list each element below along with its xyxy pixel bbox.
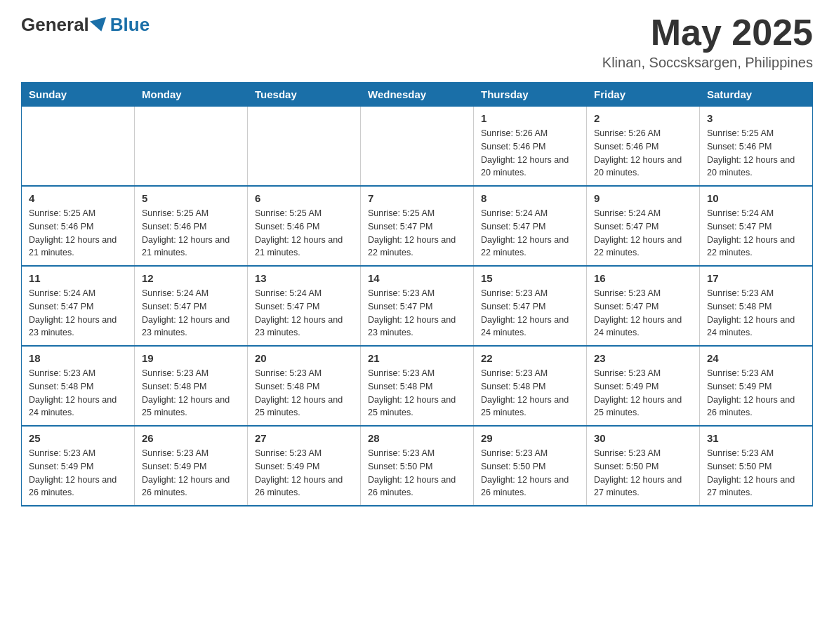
day-number: 11 <box>29 272 127 284</box>
calendar-week-2: 4Sunrise: 5:25 AM Sunset: 5:46 PM Daylig… <box>22 186 813 266</box>
calendar-day: 14Sunrise: 5:23 AM Sunset: 5:47 PM Dayli… <box>361 266 474 346</box>
day-info: Sunrise: 5:24 AM Sunset: 5:47 PM Dayligh… <box>707 207 805 260</box>
day-number: 24 <box>707 352 805 364</box>
day-number: 19 <box>142 352 240 364</box>
calendar-day: 25Sunrise: 5:23 AM Sunset: 5:49 PM Dayli… <box>22 426 135 506</box>
calendar-day: 18Sunrise: 5:23 AM Sunset: 5:48 PM Dayli… <box>22 346 135 426</box>
calendar-day <box>361 107 474 187</box>
calendar-day <box>22 107 135 187</box>
day-info: Sunrise: 5:25 AM Sunset: 5:46 PM Dayligh… <box>707 127 805 180</box>
calendar-day: 9Sunrise: 5:24 AM Sunset: 5:47 PM Daylig… <box>587 186 700 266</box>
column-header-wednesday: Wednesday <box>361 83 474 107</box>
day-number: 15 <box>481 272 579 284</box>
day-info: Sunrise: 5:24 AM Sunset: 5:47 PM Dayligh… <box>142 287 240 340</box>
column-header-thursday: Thursday <box>474 83 587 107</box>
day-info: Sunrise: 5:23 AM Sunset: 5:50 PM Dayligh… <box>707 447 805 499</box>
column-header-tuesday: Tuesday <box>248 83 361 107</box>
day-number: 2 <box>594 112 692 124</box>
day-number: 20 <box>255 352 353 364</box>
page-header: General Blue May 2025 Klinan, Soccsksarg… <box>21 14 813 71</box>
calendar-day: 20Sunrise: 5:23 AM Sunset: 5:48 PM Dayli… <box>248 346 361 426</box>
calendar-day <box>248 107 361 187</box>
day-info: Sunrise: 5:23 AM Sunset: 5:47 PM Dayligh… <box>481 287 579 340</box>
day-info: Sunrise: 5:23 AM Sunset: 5:47 PM Dayligh… <box>594 287 692 340</box>
day-number: 10 <box>707 192 805 204</box>
logo-general: General <box>21 14 89 36</box>
day-number: 16 <box>594 272 692 284</box>
day-info: Sunrise: 5:23 AM Sunset: 5:48 PM Dayligh… <box>481 367 579 420</box>
calendar-day: 29Sunrise: 5:23 AM Sunset: 5:50 PM Dayli… <box>474 426 587 506</box>
calendar-day: 28Sunrise: 5:23 AM Sunset: 5:50 PM Dayli… <box>361 426 474 506</box>
day-info: Sunrise: 5:23 AM Sunset: 5:48 PM Dayligh… <box>142 367 240 420</box>
calendar-day: 16Sunrise: 5:23 AM Sunset: 5:47 PM Dayli… <box>587 266 700 346</box>
day-info: Sunrise: 5:23 AM Sunset: 5:49 PM Dayligh… <box>142 447 240 499</box>
calendar-header-row: SundayMondayTuesdayWednesdayThursdayFrid… <box>22 83 813 107</box>
day-info: Sunrise: 5:26 AM Sunset: 5:46 PM Dayligh… <box>594 127 692 180</box>
column-header-saturday: Saturday <box>700 83 813 107</box>
day-number: 27 <box>255 432 353 444</box>
day-number: 3 <box>707 112 805 124</box>
calendar-week-5: 25Sunrise: 5:23 AM Sunset: 5:49 PM Dayli… <box>22 426 813 506</box>
day-info: Sunrise: 5:24 AM Sunset: 5:47 PM Dayligh… <box>481 207 579 260</box>
logo: General Blue <box>21 14 150 36</box>
day-number: 21 <box>368 352 466 364</box>
calendar-day: 17Sunrise: 5:23 AM Sunset: 5:48 PM Dayli… <box>700 266 813 346</box>
day-info: Sunrise: 5:23 AM Sunset: 5:50 PM Dayligh… <box>594 447 692 499</box>
column-header-monday: Monday <box>135 83 248 107</box>
day-number: 4 <box>29 192 127 204</box>
calendar-day: 1Sunrise: 5:26 AM Sunset: 5:46 PM Daylig… <box>474 107 587 187</box>
calendar-day: 11Sunrise: 5:24 AM Sunset: 5:47 PM Dayli… <box>22 266 135 346</box>
column-header-sunday: Sunday <box>22 83 135 107</box>
day-info: Sunrise: 5:23 AM Sunset: 5:49 PM Dayligh… <box>707 367 805 420</box>
calendar-day: 24Sunrise: 5:23 AM Sunset: 5:49 PM Dayli… <box>700 346 813 426</box>
day-info: Sunrise: 5:25 AM Sunset: 5:47 PM Dayligh… <box>368 207 466 260</box>
day-info: Sunrise: 5:26 AM Sunset: 5:46 PM Dayligh… <box>481 127 579 180</box>
day-info: Sunrise: 5:23 AM Sunset: 5:47 PM Dayligh… <box>368 287 466 340</box>
calendar-day: 26Sunrise: 5:23 AM Sunset: 5:49 PM Dayli… <box>135 426 248 506</box>
logo-arrow-icon <box>90 17 110 34</box>
day-number: 25 <box>29 432 127 444</box>
calendar-day: 6Sunrise: 5:25 AM Sunset: 5:46 PM Daylig… <box>248 186 361 266</box>
day-info: Sunrise: 5:23 AM Sunset: 5:49 PM Dayligh… <box>255 447 353 499</box>
calendar-day: 30Sunrise: 5:23 AM Sunset: 5:50 PM Dayli… <box>587 426 700 506</box>
calendar-week-1: 1Sunrise: 5:26 AM Sunset: 5:46 PM Daylig… <box>22 107 813 187</box>
day-number: 14 <box>368 272 466 284</box>
calendar-day: 12Sunrise: 5:24 AM Sunset: 5:47 PM Dayli… <box>135 266 248 346</box>
calendar-day: 3Sunrise: 5:25 AM Sunset: 5:46 PM Daylig… <box>700 107 813 187</box>
day-number: 23 <box>594 352 692 364</box>
day-info: Sunrise: 5:23 AM Sunset: 5:50 PM Dayligh… <box>368 447 466 499</box>
calendar-day: 4Sunrise: 5:25 AM Sunset: 5:46 PM Daylig… <box>22 186 135 266</box>
day-info: Sunrise: 5:24 AM Sunset: 5:47 PM Dayligh… <box>594 207 692 260</box>
month-title: May 2025 <box>602 14 813 51</box>
day-info: Sunrise: 5:23 AM Sunset: 5:50 PM Dayligh… <box>481 447 579 499</box>
title-section: May 2025 Klinan, Soccsksargen, Philippin… <box>602 14 813 71</box>
calendar-day: 10Sunrise: 5:24 AM Sunset: 5:47 PM Dayli… <box>700 186 813 266</box>
calendar-day: 22Sunrise: 5:23 AM Sunset: 5:48 PM Dayli… <box>474 346 587 426</box>
calendar-day: 7Sunrise: 5:25 AM Sunset: 5:47 PM Daylig… <box>361 186 474 266</box>
calendar-week-4: 18Sunrise: 5:23 AM Sunset: 5:48 PM Dayli… <box>22 346 813 426</box>
logo-blue: Blue <box>110 14 150 36</box>
day-info: Sunrise: 5:23 AM Sunset: 5:48 PM Dayligh… <box>29 367 127 420</box>
day-number: 1 <box>481 112 579 124</box>
calendar-day: 15Sunrise: 5:23 AM Sunset: 5:47 PM Dayli… <box>474 266 587 346</box>
calendar-day: 21Sunrise: 5:23 AM Sunset: 5:48 PM Dayli… <box>361 346 474 426</box>
calendar-day <box>135 107 248 187</box>
day-info: Sunrise: 5:25 AM Sunset: 5:46 PM Dayligh… <box>142 207 240 260</box>
calendar-day: 27Sunrise: 5:23 AM Sunset: 5:49 PM Dayli… <box>248 426 361 506</box>
day-info: Sunrise: 5:25 AM Sunset: 5:46 PM Dayligh… <box>255 207 353 260</box>
day-info: Sunrise: 5:24 AM Sunset: 5:47 PM Dayligh… <box>29 287 127 340</box>
day-number: 7 <box>368 192 466 204</box>
calendar-day: 5Sunrise: 5:25 AM Sunset: 5:46 PM Daylig… <box>135 186 248 266</box>
day-number: 17 <box>707 272 805 284</box>
day-info: Sunrise: 5:23 AM Sunset: 5:48 PM Dayligh… <box>255 367 353 420</box>
day-info: Sunrise: 5:24 AM Sunset: 5:47 PM Dayligh… <box>255 287 353 340</box>
day-number: 8 <box>481 192 579 204</box>
day-info: Sunrise: 5:23 AM Sunset: 5:48 PM Dayligh… <box>368 367 466 420</box>
day-number: 18 <box>29 352 127 364</box>
calendar-day: 8Sunrise: 5:24 AM Sunset: 5:47 PM Daylig… <box>474 186 587 266</box>
calendar-day: 23Sunrise: 5:23 AM Sunset: 5:49 PM Dayli… <box>587 346 700 426</box>
calendar-day: 2Sunrise: 5:26 AM Sunset: 5:46 PM Daylig… <box>587 107 700 187</box>
day-info: Sunrise: 5:23 AM Sunset: 5:49 PM Dayligh… <box>594 367 692 420</box>
calendar-day: 31Sunrise: 5:23 AM Sunset: 5:50 PM Dayli… <box>700 426 813 506</box>
calendar-table: SundayMondayTuesdayWednesdayThursdayFrid… <box>21 82 813 507</box>
